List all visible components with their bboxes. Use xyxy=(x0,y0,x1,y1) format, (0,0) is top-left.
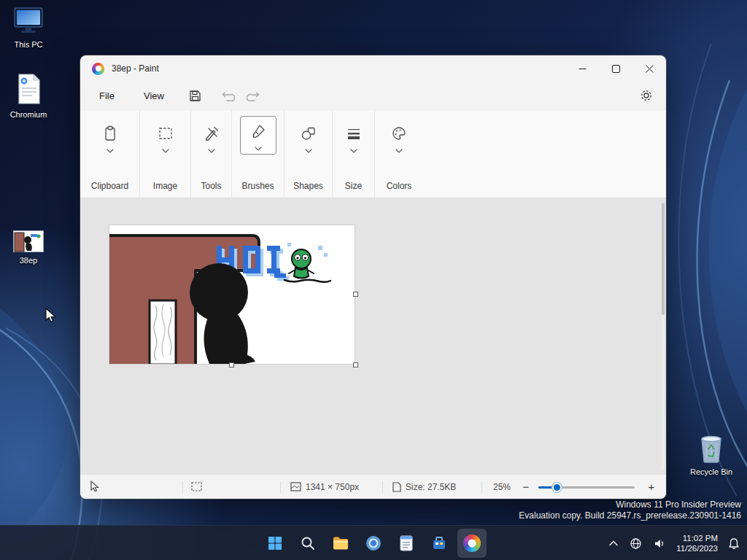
shapes-icon xyxy=(300,119,317,148)
ribbon-group-size[interactable]: Size xyxy=(333,110,375,198)
zoom-out-button[interactable]: − xyxy=(518,475,534,499)
ribbon-group-brushes[interactable]: Brushes xyxy=(232,110,285,198)
ribbon-group-colors[interactable]: Colors xyxy=(375,110,423,198)
cursor-position-indicator xyxy=(90,475,100,499)
window-title: 38ep - Paint xyxy=(112,63,159,74)
windows-logo-icon xyxy=(267,535,283,551)
chevron-down-icon xyxy=(350,149,357,153)
undo-icon xyxy=(222,90,235,101)
chevron-down-icon xyxy=(162,149,169,153)
scrollbar-thumb[interactable] xyxy=(662,203,665,315)
system-tray: 11:02 PM 11/26/2023 xyxy=(606,526,743,560)
ribbon-group-shapes[interactable]: Shapes xyxy=(285,110,333,198)
paint-taskbar-button[interactable] xyxy=(457,529,487,558)
network-button[interactable] xyxy=(627,534,645,553)
chevron-up-icon xyxy=(609,540,618,546)
zoom-slider-thumb[interactable] xyxy=(552,483,562,492)
file-explorer-button[interactable] xyxy=(326,529,355,558)
cursor-icon xyxy=(90,481,100,493)
ribbon-group-label: Colors xyxy=(387,181,412,191)
zoom-level: 25% xyxy=(493,475,511,499)
maximize-icon xyxy=(612,65,620,73)
status-divider xyxy=(382,481,383,493)
paint-app-icon xyxy=(92,63,104,75)
volume-icon xyxy=(654,538,666,549)
bell-icon xyxy=(728,537,740,550)
chromium-button[interactable] xyxy=(359,529,388,558)
canvas-dimensions: 1341 × 750px xyxy=(306,482,359,492)
minimize-button[interactable] xyxy=(565,55,599,82)
line-size-icon xyxy=(345,119,363,148)
clipboard-icon xyxy=(101,119,119,148)
desktop-icon-chromium[interactable]: Chromium xyxy=(1,73,55,119)
start-button[interactable] xyxy=(260,529,290,558)
menu-view[interactable]: View xyxy=(139,88,169,104)
redo-button[interactable] xyxy=(247,90,260,101)
chevron-down-icon xyxy=(255,147,262,151)
vertical-scrollbar[interactable] xyxy=(662,203,665,470)
zoom-in-button[interactable]: + xyxy=(643,475,659,499)
search-button[interactable] xyxy=(293,529,322,558)
tools-icon xyxy=(203,119,220,148)
paint-window: 38ep - Paint File View xyxy=(80,55,666,499)
close-button[interactable] xyxy=(632,55,666,82)
ribbon-group-label: Image xyxy=(153,181,177,191)
canvas-size-icon xyxy=(290,482,301,491)
ribbon-group-label: Brushes xyxy=(241,181,274,191)
recycle-bin-icon xyxy=(696,430,727,464)
desktop-icon-this-pc[interactable]: This PC xyxy=(1,6,55,49)
ribbon-group-label: Clipboard xyxy=(91,181,128,191)
maximize-button[interactable] xyxy=(599,55,632,82)
title-bar[interactable]: 38ep - Paint xyxy=(80,55,666,82)
notifications-button[interactable] xyxy=(725,534,743,553)
ribbon-group-clipboard[interactable]: Clipboard xyxy=(80,110,140,198)
status-divider xyxy=(280,481,281,493)
store-icon xyxy=(431,535,447,551)
taskbar-center xyxy=(260,529,487,558)
file-size-indicator: Size: 27.5KB xyxy=(392,475,456,499)
watermark-line1: Windows 11 Pro Insider Preview xyxy=(519,499,741,511)
mouse-cursor xyxy=(45,308,57,324)
menu-file[interactable]: File xyxy=(95,88,119,104)
save-button[interactable] xyxy=(189,90,201,102)
zoom-slider[interactable] xyxy=(538,486,635,489)
chromium-shortcut-icon xyxy=(14,73,43,106)
undo-button[interactable] xyxy=(222,90,235,101)
chevron-down-icon xyxy=(208,149,215,153)
network-globe-icon xyxy=(630,537,642,550)
notepad-button[interactable] xyxy=(392,529,421,558)
selection-size-indicator xyxy=(191,475,202,499)
settings-button[interactable] xyxy=(640,89,653,102)
taskbar-clock[interactable]: 11:02 PM 11/26/2023 xyxy=(675,532,719,556)
volume-button[interactable] xyxy=(651,535,669,552)
chromium-icon xyxy=(365,534,382,552)
palette-icon xyxy=(390,119,408,148)
paint-canvas[interactable] xyxy=(109,225,355,364)
chevron-down-icon xyxy=(305,149,312,153)
minimize-icon xyxy=(578,65,587,73)
search-icon xyxy=(300,535,316,551)
ribbon-group-label: Size xyxy=(345,181,362,191)
redo-icon xyxy=(247,90,260,101)
desktop-icon-label: Chromium xyxy=(10,110,47,119)
status-divider xyxy=(182,481,183,493)
ribbon-group-image[interactable]: Image xyxy=(140,110,191,198)
file-size: Size: 27.5KB xyxy=(406,482,456,492)
evaluation-watermark: Windows 11 Pro Insider Preview Evaluatio… xyxy=(519,499,741,522)
menu-bar: File View xyxy=(80,82,666,109)
desktop-icon-38ep[interactable]: 38ep xyxy=(1,230,55,265)
taskbar: 11:02 PM 11/26/2023 xyxy=(0,525,747,560)
canvas-drawing xyxy=(109,225,355,364)
canvas-area[interactable] xyxy=(80,198,666,474)
canvas-resize-handle-bottom[interactable] xyxy=(229,362,234,368)
store-button[interactable] xyxy=(425,529,454,558)
ribbon-group-tools[interactable]: Tools xyxy=(191,110,232,198)
canvas-resize-handle-corner[interactable] xyxy=(353,362,358,368)
select-region-icon xyxy=(157,119,174,148)
file-icon xyxy=(392,482,401,492)
chevron-down-icon xyxy=(107,149,114,153)
canvas-resize-handle-right[interactable] xyxy=(353,292,358,297)
hidden-icons-button[interactable] xyxy=(606,537,621,549)
desktop-icon-recycle-bin[interactable]: Recycle Bin xyxy=(684,430,738,476)
ribbon-group-label: Shapes xyxy=(293,181,323,191)
